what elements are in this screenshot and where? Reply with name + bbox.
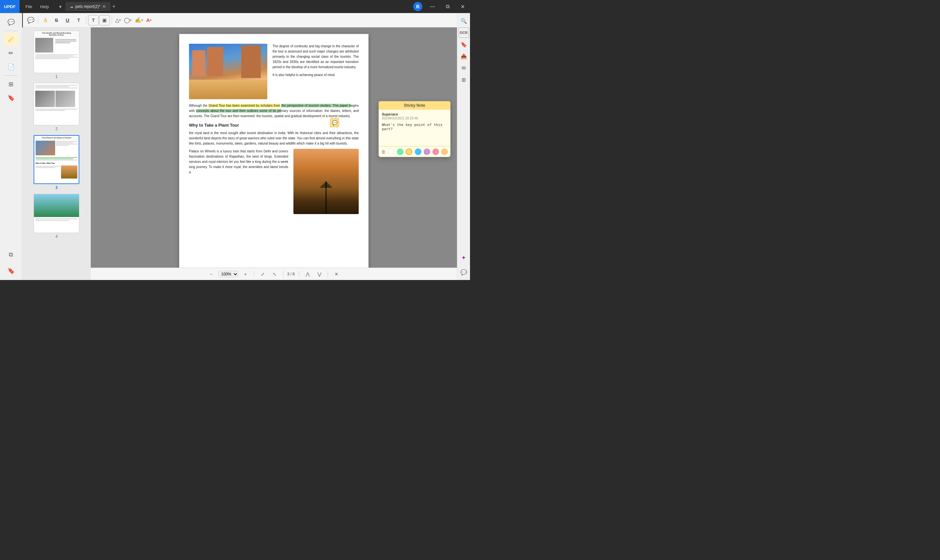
thumb-3-num: 3 [55, 185, 58, 190]
user-avatar: B [413, 2, 422, 11]
thumbnail-4[interactable]: 4 [34, 194, 79, 239]
sidebar-divider-1 [5, 31, 18, 31]
thumbnail-2[interactable]: 2 [34, 83, 79, 131]
fit-width-button[interactable]: ⤡ [270, 269, 279, 279]
thumbnail-3[interactable]: A Key Phase in the History of Tourism Wh… [34, 135, 79, 190]
underline-button[interactable]: U [62, 15, 73, 25]
right-grid[interactable]: ⊞ [458, 74, 469, 85]
right-search[interactable]: 🔍 [458, 16, 469, 26]
sidebar-organize[interactable]: ⊞ [4, 78, 18, 91]
close-annotation-panel[interactable]: ✕ [332, 269, 341, 279]
right-convert[interactable]: 🔖 [458, 39, 469, 49]
right-export[interactable]: 📤 [458, 51, 469, 62]
text-grand: Grand [210, 114, 219, 118]
sidebar-highlight[interactable]: 🖊 [4, 33, 18, 46]
zoom-select[interactable]: 100% 75% 125% 150% [218, 271, 238, 277]
right-comment-panel[interactable]: 💬 [458, 267, 469, 277]
sticky-note-author: Superace [382, 112, 447, 116]
thumb-frame-3: A Key Phase in the History of Tourism Wh… [34, 135, 79, 184]
pdf-main-image [189, 44, 267, 99]
comment-icon[interactable]: 💬 [330, 118, 339, 127]
sticky-delete-button[interactable]: 🗑 [381, 149, 386, 154]
zoom-out-button[interactable]: − [207, 269, 216, 279]
color-orange[interactable] [441, 148, 448, 155]
text-squiggle-button[interactable]: T [74, 15, 84, 25]
minimize-button[interactable]: — [425, 0, 440, 13]
page-display: 3 / 6 [287, 272, 295, 276]
color-icon: A [146, 17, 150, 23]
pdf-right-text-col: The degree of continuity and big change … [272, 44, 359, 99]
thumbnail-1[interactable]: The Health and Mood-BoostingBenefits of … [34, 31, 79, 79]
app-logo: UPDF [0, 0, 20, 13]
page-separator: / [291, 272, 293, 276]
comment-button[interactable]: 💬 [25, 15, 36, 25]
annotation-toolbar: 💬 A S U T T ▣ △ ▾ ◯ ▾ ✍ ▾ A ▾ [23, 13, 457, 28]
bottom-bar: − 100% 75% 125% 150% + ⤢ ⤡ 3 / 6 ⋀ ⋁ ✕ [91, 268, 457, 280]
maximize-button[interactable]: ⧉ [440, 0, 455, 13]
color-pink[interactable] [432, 148, 439, 155]
stamp-button[interactable]: △ ▾ [114, 17, 122, 23]
shape-button[interactable]: ◯ ▾ [123, 17, 133, 23]
pdf-page: The degree of continuity and big change … [179, 34, 369, 274]
color-white[interactable] [388, 148, 395, 155]
thumb-3-eiffel [61, 165, 77, 178]
sticky-note-header: Sticky Note [378, 101, 451, 110]
signature-button[interactable]: ✍ ▾ [134, 17, 144, 23]
file-menu[interactable]: File [22, 3, 35, 11]
left-sidebar: 💬 🖊 ✏ 📄 ⊞ 🔖 ⧉ 🔖 [0, 13, 22, 280]
close-button[interactable]: ✕ [455, 0, 470, 13]
tab-dropdown[interactable]: ▾ [55, 0, 65, 13]
thumb-4-text [34, 217, 79, 222]
help-menu[interactable]: Help [37, 3, 52, 11]
thumb-4-img [34, 194, 79, 217]
sidebar-edit[interactable]: ✏ [4, 47, 18, 60]
toolbar-separator-1 [38, 16, 38, 24]
right-ai[interactable]: ✦ [458, 252, 469, 263]
pdf-img-building1 [192, 50, 205, 76]
pdf-top-section: The degree of continuity and big change … [189, 44, 359, 99]
thumb-1-body [34, 53, 79, 60]
thumb-2-img2 [55, 91, 75, 107]
thumb-3-subtitle: Why to Take a Plant Tour [34, 162, 78, 165]
thumb-frame-1: The Health and Mood-BoostingBenefits of … [34, 31, 79, 73]
strikethrough-button[interactable]: S [51, 15, 62, 25]
sticky-note-date: 2023年8月26日 20:25:46 [382, 116, 447, 121]
title-bar: UPDF File Help ▾ ☁ pets report(2)* ✕ + B… [0, 0, 470, 13]
active-tab[interactable]: ☁ pets report(2)* ✕ [65, 2, 111, 11]
thumb-3-bottom-text [35, 165, 60, 178]
color-purple[interactable] [424, 148, 430, 155]
add-tab-button[interactable]: + [112, 3, 115, 10]
sticky-note-text-input[interactable] [382, 123, 447, 142]
tab-close-button[interactable]: ✕ [102, 4, 106, 9]
right-ocr[interactable]: OCR [458, 28, 469, 38]
pdf-body-para3: Palace on Wheels is a luxury train that … [189, 149, 288, 175]
prev-annotation-button[interactable]: ⋀ [303, 269, 312, 279]
sidebar-layers[interactable]: ⧉ [4, 248, 18, 261]
sidebar-stamp[interactable]: 🔖 [4, 91, 18, 105]
color-yellow[interactable] [406, 148, 412, 155]
thumb-4-num: 4 [55, 234, 58, 239]
thumb-3-img1 [35, 141, 55, 155]
thumb-1-content [34, 37, 79, 53]
sidebar-bookmark[interactable]: 🔖 [4, 264, 18, 277]
typewriter-button[interactable]: T [88, 15, 98, 25]
textbox-button[interactable]: ▣ [99, 15, 110, 25]
sidebar-comment[interactable]: 💬 [4, 16, 18, 29]
zoom-in-button[interactable]: + [241, 269, 250, 279]
thumb-1-img [35, 38, 53, 52]
sidebar-pages[interactable]: 📄 [4, 60, 18, 74]
pdf-img-car [189, 80, 267, 99]
fit-page-button[interactable]: ⤢ [258, 269, 267, 279]
total-pages: 6 [293, 272, 295, 276]
thumb-2-img1 [35, 91, 55, 107]
tab-area: ▾ ☁ pets report(2)* ✕ + [55, 0, 413, 13]
color-blue[interactable] [415, 148, 422, 155]
right-email[interactable]: ✉ [458, 63, 469, 73]
next-annotation-button[interactable]: ⋁ [315, 269, 324, 279]
color-green[interactable] [397, 148, 403, 155]
highlight-green-perspective: the perspective of tourism studies. This… [282, 104, 351, 108]
toolbar-separator-3 [112, 16, 112, 24]
color-caret: ▾ [150, 18, 151, 22]
highlight-button[interactable]: A [40, 15, 51, 25]
color-button[interactable]: A ▾ [145, 17, 153, 23]
